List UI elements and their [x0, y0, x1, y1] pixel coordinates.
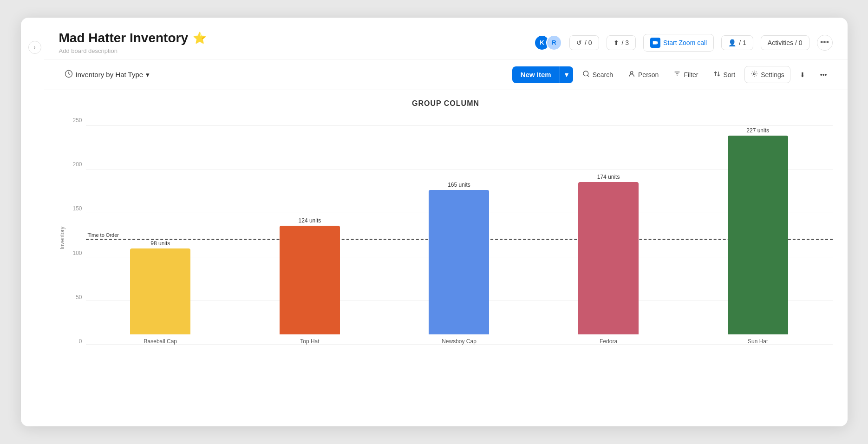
bar-name-baseball-cap: Baseball Cap: [144, 338, 177, 345]
y-tick-0: 0: [67, 338, 82, 345]
zoom-icon: [650, 38, 660, 48]
chart-wrapper: Inventory 0 50 100 150 200 250: [59, 117, 833, 359]
person-filter-label: Person: [638, 71, 659, 78]
y-tick-100: 100: [67, 250, 82, 256]
svg-point-2: [630, 72, 633, 74]
settings-label: Settings: [761, 71, 784, 78]
filter-button[interactable]: Filter: [668, 66, 704, 83]
bar-name-newsboy-cap: Newsboy Cap: [442, 338, 476, 345]
bar-label-top-hat: 124 units: [299, 217, 321, 224]
reactions-button[interactable]: ↺ / 0: [569, 35, 599, 50]
search-label: Search: [593, 71, 613, 78]
bars-group: 98 units Baseball Cap 124 units Top Hat: [86, 117, 833, 345]
chart-inner: 0 50 100 150 200 250: [67, 117, 833, 359]
download-button[interactable]: ⬇: [794, 67, 811, 82]
sort-button[interactable]: Sort: [708, 66, 741, 83]
avatar-group[interactable]: K R: [534, 35, 562, 51]
chart-plot-area: 0 50 100 150 200 250: [67, 117, 833, 359]
zoom-call-button[interactable]: Start Zoom call: [643, 34, 714, 52]
header-left: Mad Hatter Inventory ⭐ Add board descrip…: [59, 31, 207, 54]
bar-label-newsboy-cap: 165 units: [448, 182, 470, 188]
main-content: Mad Hatter Inventory ⭐ Add board descrip…: [44, 18, 848, 368]
filter-label: Filter: [684, 71, 698, 78]
download-icon: ⬇: [800, 71, 805, 78]
settings-icon: [751, 70, 758, 79]
bar-name-top-hat: Top Hat: [300, 338, 319, 345]
bar-name-sun-hat: Sun Hat: [748, 338, 768, 345]
bar-label-sun-hat: 227 units: [746, 127, 769, 134]
y-tick-50: 50: [67, 294, 82, 300]
bar-rect-newsboy-cap: [429, 190, 489, 334]
activities-label: Activities / 0: [768, 39, 803, 46]
svg-point-6: [753, 73, 755, 75]
chevron-right-icon: ›: [34, 44, 36, 51]
y-axis: 0 50 100 150 200 250: [67, 117, 86, 359]
toolbar-left: Inventory by Hat Type ▾: [59, 66, 156, 83]
person-filter-button[interactable]: Person: [622, 66, 664, 83]
header: Mad Hatter Inventory ⭐ Add board descrip…: [44, 18, 848, 59]
app-container: › Mad Hatter Inventory ⭐ Add board descr…: [21, 18, 848, 426]
header-more-button[interactable]: •••: [817, 35, 833, 51]
header-title-row: Mad Hatter Inventory ⭐: [59, 31, 207, 46]
y-tick-200: 200: [67, 161, 82, 168]
toolbar-more-button[interactable]: •••: [815, 67, 833, 82]
y-tick-250: 250: [67, 117, 82, 124]
bar-label-fedora: 174 units: [597, 174, 620, 180]
avatar-r[interactable]: R: [546, 35, 562, 51]
toolbar-more-icon: •••: [820, 71, 827, 78]
settings-button[interactable]: Settings: [744, 66, 790, 83]
bar-fedora: 174 units Fedora: [576, 174, 641, 345]
toolbar: Inventory by Hat Type ▾ New Item ▾ Searc…: [44, 59, 848, 90]
toolbar-right: New Item ▾ Search Person: [512, 66, 833, 83]
board-title: Mad Hatter Inventory: [59, 31, 189, 46]
y-tick-150: 150: [67, 205, 82, 212]
header-right: K R ↺ / 0 ⬆ / 3 Start: [534, 34, 833, 52]
sidebar-toggle[interactable]: ›: [28, 41, 41, 54]
bar-rect-fedora: [578, 182, 639, 334]
search-button[interactable]: Search: [577, 66, 619, 83]
reactions-count: / 0: [585, 39, 592, 46]
board-description[interactable]: Add board description: [59, 47, 207, 54]
bars-area: Time to Order 98 units Baseball Cap: [86, 117, 833, 359]
view-label: Inventory by Hat Type: [76, 71, 144, 78]
activities-button[interactable]: Activities / 0: [761, 35, 809, 50]
bar-label-baseball-cap: 98 units: [150, 240, 170, 247]
more-dots-icon: •••: [820, 38, 829, 47]
bar-rect-top-hat: [280, 226, 340, 334]
invite-count: / 3: [622, 39, 629, 46]
invite-icon: ⬆: [613, 39, 619, 46]
star-icon[interactable]: ⭐: [193, 32, 207, 45]
new-item-dropdown-icon[interactable]: ▾: [560, 66, 573, 83]
bar-newsboy-cap: 165 units Newsboy Cap: [426, 182, 491, 345]
chart-title: GROUP COLUMN: [59, 99, 833, 108]
filter-icon: [673, 70, 681, 79]
chart-container: GROUP COLUMN Inventory 0 50 100 150 200 …: [44, 90, 848, 368]
bar-top-hat: 124 units Top Hat: [277, 217, 342, 345]
y-axis-label: Inventory: [59, 117, 65, 359]
invite-button[interactable]: ⬆ / 3: [607, 35, 636, 50]
zoom-label: Start Zoom call: [663, 39, 707, 46]
reaction-icon: ↺: [576, 39, 582, 46]
svg-point-1: [583, 71, 588, 76]
person-icon: 👤: [728, 39, 736, 46]
sort-label: Sort: [724, 71, 736, 78]
sort-icon: [713, 70, 721, 79]
bar-rect-baseball-cap: [130, 248, 190, 334]
person-filter-icon: [628, 70, 635, 79]
bar-sun-hat: 227 units Sun Hat: [725, 127, 790, 345]
person-count-button[interactable]: 👤 / 1: [721, 35, 753, 50]
view-icon: [65, 70, 73, 79]
bar-rect-sun-hat: [728, 136, 788, 334]
view-selector[interactable]: Inventory by Hat Type ▾: [59, 66, 156, 83]
search-icon: [582, 70, 590, 79]
bar-name-fedora: Fedora: [600, 338, 617, 345]
bar-baseball-cap: 98 units Baseball Cap: [128, 240, 193, 345]
person-count: / 1: [739, 39, 746, 46]
view-chevron-icon: ▾: [146, 71, 150, 79]
new-item-button[interactable]: New Item ▾: [512, 66, 573, 83]
new-item-label[interactable]: New Item: [512, 66, 560, 83]
